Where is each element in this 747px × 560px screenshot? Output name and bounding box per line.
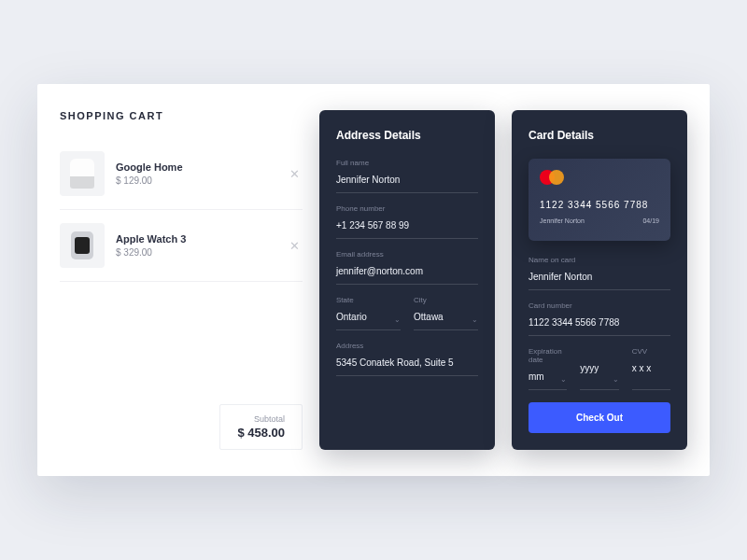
- field-value: +1 234 567 88 99: [336, 220, 409, 231]
- remove-item-button[interactable]: ✕: [286, 237, 303, 254]
- chevron-down-icon: ⌄: [472, 315, 478, 324]
- card-number-field[interactable]: Card number 1122 3344 5566 7788: [529, 301, 670, 336]
- field-value: 5345 Conatek Road, Suite 5: [336, 357, 454, 368]
- state-select[interactable]: State Ontario ⌄: [336, 296, 401, 330]
- field-value: 1122 3344 5566 7788: [529, 317, 619, 328]
- field-label: Phone number: [336, 204, 478, 213]
- field-label: Email address: [336, 250, 478, 259]
- chevron-down-icon: ⌄: [394, 315, 401, 324]
- city-select[interactable]: City Ottawa ⌄: [414, 296, 478, 330]
- chevron-down-icon: ⌄: [613, 375, 619, 384]
- field-value: Jennifer Norton: [529, 272, 592, 282]
- subtotal-value: $ 458.00: [237, 426, 285, 440]
- mastercard-logo-icon: [540, 170, 659, 185]
- cvv-field[interactable]: CVV x x x: [632, 347, 670, 390]
- cart-item: Google Home $ 129.00 ✕: [60, 138, 303, 210]
- field-value: Jennifer Norton: [336, 175, 400, 185]
- chevron-down-icon: ⌄: [560, 375, 567, 384]
- exp-year-select[interactable]: yyyy ⌄: [580, 347, 618, 390]
- product-thumbnail: [60, 223, 105, 268]
- subtotal-label: Subtotal: [237, 414, 285, 424]
- field-label: City: [414, 296, 478, 304]
- cart-item-price: $ 129.00: [116, 175, 275, 186]
- full-name-field[interactable]: Full name Jennifer Norton: [336, 159, 478, 193]
- cc-display-expiry: 04/19: [642, 217, 659, 224]
- address-details-panel: Address Details Full name Jennifer Norto…: [319, 110, 495, 450]
- credit-card-visual: 1122 3344 5566 7788 Jennifer Norton 04/1…: [529, 159, 670, 241]
- field-label: Full name: [336, 159, 478, 167]
- remove-item-button[interactable]: ✕: [286, 165, 303, 182]
- cart-item-meta: Google Home $ 129.00: [116, 161, 275, 186]
- field-value: yyyy: [580, 363, 599, 373]
- cart-heading: SHOPPING CART: [60, 110, 303, 121]
- cart-item-name: Apple Watch 3: [116, 233, 275, 245]
- phone-field[interactable]: Phone number +1 234 567 88 99: [336, 204, 478, 239]
- cc-display-holder: Jennifer Norton: [540, 217, 585, 224]
- cart-item-name: Google Home: [116, 161, 275, 173]
- mastercard-logo-icon: [648, 320, 670, 331]
- field-label: Card number: [529, 301, 670, 310]
- card-panel-heading: Card Details: [529, 129, 670, 142]
- field-value: x x x: [632, 363, 652, 373]
- address-line-field[interactable]: Address 5345 Conatek Road, Suite 5: [336, 342, 478, 376]
- field-label: Name on card: [529, 256, 670, 264]
- field-label: Address: [336, 342, 478, 350]
- field-value: jennifer@norton.com: [336, 266, 423, 276]
- email-field[interactable]: Email address jennifer@norton.com: [336, 250, 478, 285]
- cart-item-meta: Apple Watch 3 $ 329.00: [116, 233, 275, 258]
- cc-display-number: 1122 3344 5566 7788: [540, 200, 659, 210]
- card-details-panel: Card Details 1122 3344 5566 7788 Jennife…: [512, 110, 687, 450]
- product-thumbnail: [60, 151, 105, 196]
- field-label: Expiration date: [529, 347, 567, 364]
- field-label: CVV: [632, 347, 670, 356]
- field-value: Ottawa: [414, 312, 444, 322]
- checkout-button[interactable]: Check Out: [529, 402, 670, 433]
- subtotal-box: Subtotal $ 458.00: [219, 404, 303, 450]
- field-label: State: [336, 296, 401, 304]
- shopping-cart-column: SHOPPING CART Google Home $ 129.00 ✕ App…: [60, 110, 303, 450]
- field-value: Ontario: [336, 312, 367, 322]
- name-on-card-field[interactable]: Name on card Jennifer Norton: [529, 256, 670, 290]
- cart-item: Apple Watch 3 $ 329.00 ✕: [60, 210, 303, 282]
- field-label: [580, 347, 618, 356]
- cart-item-price: $ 329.00: [116, 247, 275, 258]
- exp-month-select[interactable]: Expiration date mm ⌄: [529, 347, 567, 390]
- checkout-card: SHOPPING CART Google Home $ 129.00 ✕ App…: [37, 84, 710, 476]
- field-value: mm: [529, 371, 544, 382]
- address-panel-heading: Address Details: [336, 129, 478, 142]
